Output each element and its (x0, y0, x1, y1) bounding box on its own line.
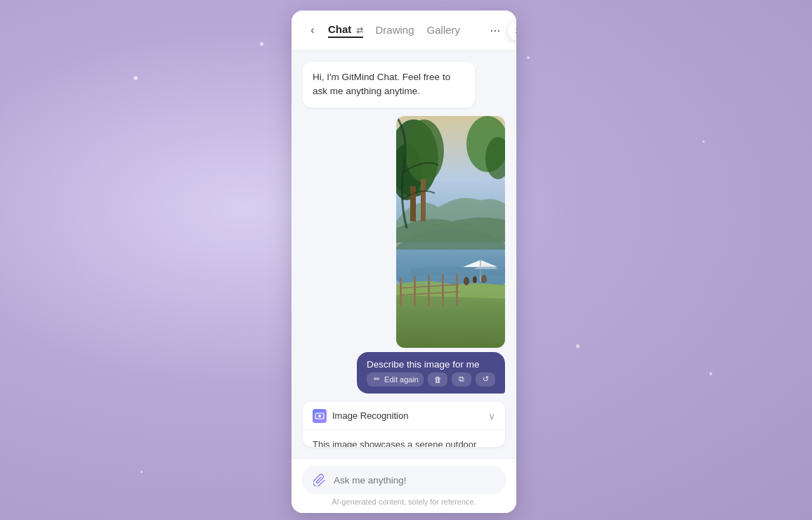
panel-header: ‹ Chat ⇄ Drawing Gallery ··· (292, 11, 516, 51)
bot-greeting: Hi, I'm GitMind Chat. Feel free to ask m… (303, 62, 475, 108)
input-area: AI-generated content, solely for referen… (292, 458, 516, 513)
decorative-dot (576, 344, 579, 348)
tab-chat[interactable]: Chat ⇄ (328, 23, 363, 38)
disclaimer-text: AI-generated content, solely for referen… (301, 494, 506, 509)
back-button[interactable]: ‹ (303, 20, 322, 40)
user-image-message: Describe this image for me ✏ Edit again … (303, 116, 505, 394)
svg-point-21 (318, 415, 321, 417)
decorative-dot (702, 141, 705, 143)
copy-icon: ⧉ (457, 375, 466, 384)
tab-bar: Chat ⇄ Drawing Gallery (328, 23, 480, 38)
chat-input[interactable] (334, 475, 497, 486)
uploaded-image (396, 116, 505, 348)
svg-rect-13 (428, 275, 430, 306)
decorative-dot (709, 372, 712, 375)
ai-icon (313, 409, 327, 423)
tab-drawing[interactable]: Drawing (376, 24, 414, 37)
copy-button[interactable]: ⧉ (452, 372, 471, 386)
decorative-dot (260, 42, 263, 46)
svg-rect-8 (421, 179, 426, 221)
attach-button[interactable] (311, 472, 328, 488)
chat-panel: × ▶ ‹ Chat ⇄ Drawing Gallery ··· (292, 11, 516, 513)
tab-gallery[interactable]: Gallery (427, 24, 461, 37)
edit-icon: ✏ (372, 375, 381, 384)
tab-chat-icon: ⇄ (356, 25, 363, 35)
landscape-image (396, 116, 505, 348)
svg-point-18 (473, 276, 477, 283)
ai-response-header[interactable]: Image Recognition ∨ (303, 402, 505, 431)
message-actions: ✏ Edit again 🗑 ⧉ ↺ (367, 372, 495, 386)
svg-rect-14 (442, 274, 444, 306)
svg-rect-12 (414, 276, 416, 306)
decorative-dot (140, 471, 143, 473)
delete-button[interactable]: 🗑 (428, 372, 447, 386)
collapse-icon: ∨ (488, 410, 495, 422)
ai-response-title: Image Recognition (313, 409, 408, 423)
ai-response-body: This image showcases a serene outdoor se… (303, 431, 505, 448)
decorative-dot (527, 56, 530, 59)
svg-rect-7 (410, 186, 416, 221)
svg-point-6 (405, 119, 444, 183)
messages-area: Hi, I'm GitMind Chat. Feel free to ask m… (292, 51, 516, 458)
svg-rect-11 (400, 278, 402, 306)
input-row (301, 466, 506, 494)
more-options-button[interactable]: ··· (485, 20, 505, 40)
svg-rect-15 (456, 273, 458, 306)
refresh-icon: ↺ (480, 375, 490, 384)
svg-point-17 (464, 277, 469, 285)
delete-icon: 🗑 (433, 375, 443, 384)
decorative-dot (133, 76, 138, 80)
user-text-message: Describe this image for me ✏ Edit again … (357, 352, 505, 394)
ai-response-block: Image Recognition ∨ This image showcases… (303, 402, 505, 448)
edit-again-button[interactable]: ✏ Edit again (367, 372, 424, 386)
svg-point-19 (481, 275, 487, 283)
refresh-button[interactable]: ↺ (476, 372, 495, 386)
